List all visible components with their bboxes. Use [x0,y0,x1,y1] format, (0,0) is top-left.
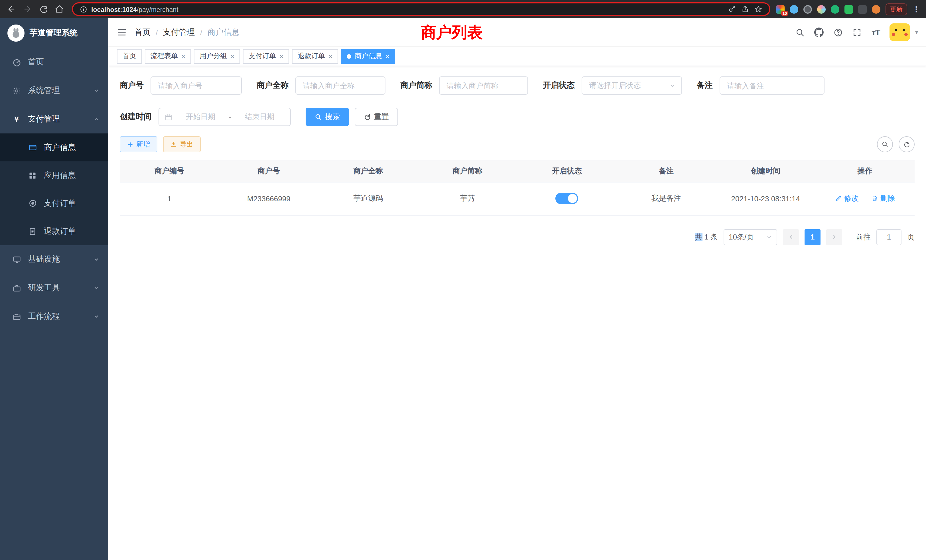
back-button[interactable] [5,2,18,16]
extension-icon-7[interactable] [858,5,867,14]
extension-icon-4[interactable] [817,5,826,14]
refresh-table-button[interactable] [899,136,915,152]
cell-merchant-no: M233666999 [219,182,319,215]
next-page-button[interactable] [826,229,842,245]
page-size-select[interactable]: 10条/页 [723,229,777,245]
user-avatar[interactable] [890,23,910,41]
status-toggle[interactable] [555,193,578,204]
edit-link[interactable]: 修改 [835,193,859,204]
sidebar: 芋道管理系统 首页 系统管理 ¥ 支付管理 [0,18,108,560]
tag-refund-orders[interactable]: 退款订单× [292,49,338,64]
sidebar-toggle-icon[interactable] [117,27,127,37]
chevron-down-icon [94,257,99,262]
merchant-no-input[interactable] [151,76,242,95]
current-page-button[interactable]: 1 [805,229,820,245]
sidebar-item-merchant-info[interactable]: 商户信息 [0,133,108,161]
reset-button[interactable]: 重置 [355,108,398,126]
tag-user-group[interactable]: 用户分组× [194,49,240,64]
sidebar-item-refund-orders[interactable]: 退款订单 [0,217,108,245]
sidebar-item-label: 基础设施 [28,254,60,265]
page-unit-label: 页 [907,232,915,242]
col-merchant-no: 商户号 [219,160,319,182]
chevron-down-icon [94,285,99,291]
goto-page-input[interactable] [876,229,902,245]
short-name-input[interactable] [439,76,528,95]
close-icon[interactable]: × [328,53,333,60]
trash-icon [871,195,878,202]
add-button[interactable]: 新增 [120,136,157,152]
close-icon[interactable]: × [279,53,283,60]
password-key-icon[interactable] [728,5,736,13]
github-icon[interactable] [814,27,824,37]
extension-icon-6[interactable] [844,5,853,14]
document-icon [26,227,39,235]
col-actions: 操作 [816,160,915,182]
goto-label: 前往 [856,232,871,242]
home-button[interactable] [53,2,66,16]
breadcrumb-separator: / [156,28,158,37]
refresh-icon [364,114,371,120]
create-time-label: 创建时间 [120,112,152,122]
extension-icon-5[interactable] [831,5,839,14]
logo-avatar [8,24,24,42]
sidebar-item-dev-tools[interactable]: 研发工具 [0,274,108,302]
sidebar-item-infra[interactable]: 基础设施 [0,245,108,274]
close-icon[interactable]: × [181,53,185,60]
date-separator: - [229,113,232,121]
font-size-icon[interactable]: ᴛT [872,27,880,37]
sidebar-item-payment-orders[interactable]: 支付订单 [0,189,108,217]
tag-payment-orders[interactable]: 支付订单× [243,49,289,64]
extension-icon-1[interactable]: 10 [776,5,785,14]
full-name-input[interactable] [295,76,386,95]
breadcrumb-separator: / [200,28,203,37]
breadcrumb-home[interactable]: 首页 [135,27,151,37]
status-select[interactable]: 请选择开启状态 [582,76,682,95]
sidebar-item-app-info[interactable]: 应用信息 [0,161,108,189]
show-search-toggle-button[interactable] [877,136,893,152]
merchant-no-label: 商户号 [120,80,144,91]
prev-page-button[interactable] [783,229,799,245]
sidebar-item-label: 系统管理 [28,86,60,96]
browser-menu-icon[interactable]: ⋮ [912,5,920,14]
merchant-table-wrapper: 商户编号 商户号 商户全称 商户简称 开启状态 备注 创建时间 操作 1 M23… [108,152,926,215]
remark-input[interactable] [720,76,825,95]
help-icon[interactable] [834,28,843,37]
briefcase-icon [10,312,23,321]
sidebar-item-label: 首页 [28,57,44,67]
full-name-label: 商户全称 [257,80,289,91]
sidebar-item-home[interactable]: 首页 [0,48,108,76]
share-icon[interactable] [741,5,749,13]
avatar-caret-icon[interactable]: ▾ [915,29,918,35]
search-button[interactable]: 搜索 [306,108,349,126]
fullscreen-icon[interactable] [853,28,862,37]
export-button[interactable]: 导出 [163,136,201,152]
search-form: 商户号 商户全称 商户简称 开启状态 请选择开启状态 [108,66,926,126]
extension-icon-2[interactable] [790,5,798,14]
start-date-placeholder[interactable]: 开始日期 [176,112,225,122]
create-time-range-picker[interactable]: 开始日期 - 结束日期 [159,108,291,126]
sidebar-item-payment[interactable]: ¥ 支付管理 [0,105,108,133]
sidebar-item-workflow[interactable]: 工作流程 [0,302,108,331]
delete-link[interactable]: 删除 [871,193,895,204]
header-search-icon[interactable] [796,28,805,37]
address-bar[interactable]: localhost:1024/pay/merchant [72,2,770,16]
tag-home[interactable]: 首页 [117,49,142,64]
forward-button[interactable] [21,2,34,16]
close-icon[interactable]: × [386,53,389,60]
browser-update-button[interactable]: 更新 [885,3,907,15]
reload-button[interactable] [36,2,50,16]
bookmark-star-icon[interactable] [754,5,763,13]
download-icon [171,141,177,147]
tag-merchant-info[interactable]: 商户信息× [341,49,395,64]
pagination-total: 共 1 条 [695,232,718,242]
cell-short-name: 芋艿 [418,182,517,215]
site-info-icon[interactable] [80,5,87,13]
extension-icon-8[interactable] [872,5,881,14]
breadcrumb-payment[interactable]: 支付管理 [163,27,195,37]
close-icon[interactable]: × [230,53,235,60]
tag-process-form[interactable]: 流程表单× [145,49,191,64]
end-date-placeholder[interactable]: 结束日期 [235,112,284,122]
sidebar-item-system[interactable]: 系统管理 [0,76,108,105]
extension-icon-3[interactable] [803,5,812,14]
extension-badge: 10 [781,11,788,16]
